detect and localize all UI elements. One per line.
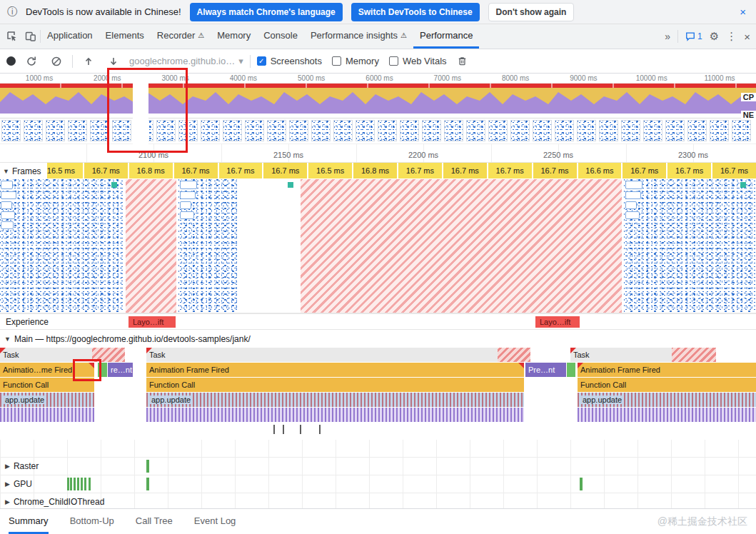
animation-frame-fired-bar[interactable]: Animation Frame Fired: [578, 363, 756, 377]
filmstrip-thumbnail[interactable]: [311, 120, 331, 141]
prepaint-bar[interactable]: re…nt: [108, 363, 133, 377]
frame-duration-cell[interactable]: 16.7 ms: [84, 163, 128, 178]
main-track-header[interactable]: ▼ Main — https://googlechrome.github.io/…: [0, 329, 756, 348]
drawer-tab-summary[interactable]: Summary: [9, 509, 49, 534]
checkbox-memory[interactable]: Memory: [332, 56, 379, 66]
timeline-overview[interactable]: 1000 ms2000 ms3000 ms4000 ms5000 ms6000 …: [0, 74, 756, 119]
filmstrip-thumbnail[interactable]: [710, 120, 729, 141]
frame-screenshot[interactable]: [178, 179, 298, 313]
filmstrip-thumbnail[interactable]: [422, 120, 441, 141]
task-bar[interactable]: Task: [146, 348, 530, 362]
tab-application[interactable]: Application: [41, 24, 99, 49]
tab-memory[interactable]: Memory: [211, 24, 257, 49]
filmstrip-thumbnail[interactable]: [732, 120, 751, 141]
filmstrip-thumbnail[interactable]: [90, 120, 109, 141]
filmstrip-thumbnail[interactable]: [577, 120, 596, 141]
prepaint-bar[interactable]: Pre…nt: [525, 363, 566, 377]
function-call-bar[interactable]: Function Call: [0, 378, 94, 392]
frame-duration-cell[interactable]: 16.7 ms: [533, 163, 577, 178]
drawer-tab-call-tree[interactable]: Call Tree: [136, 509, 173, 534]
app-update-bar[interactable]: app.update: [146, 393, 524, 407]
tab-recorder[interactable]: Recorder⚠: [151, 24, 211, 49]
animation-frame-fired-bar[interactable]: Animatio…me Fired: [0, 363, 94, 377]
tab-performance[interactable]: Performance: [413, 24, 479, 49]
filmstrip-thumbnail[interactable]: [289, 120, 308, 141]
layout-shift-badge[interactable]: Layo…ift: [128, 316, 176, 328]
frame-duration-cell[interactable]: 16.7 ms: [488, 163, 532, 178]
frame-duration-cell[interactable]: 16.7 ms: [398, 163, 442, 178]
frame-screenshot[interactable]: [0, 179, 123, 313]
always-match-language-button[interactable]: Always match Chrome's language: [190, 3, 343, 21]
drawer-tab-bottom-up[interactable]: Bottom-Up: [70, 509, 114, 534]
filmstrip-thumbnail[interactable]: [687, 120, 707, 141]
filmstrip-thumbnail[interactable]: [178, 120, 198, 141]
style-layout-stripes[interactable]: [146, 408, 524, 422]
frames-track-header[interactable]: ▼ Frames: [0, 163, 47, 179]
frame-duration-cell[interactable]: 16.7 ms: [263, 163, 307, 178]
style-layout-stripes[interactable]: [578, 408, 756, 422]
page-selector-dropdown[interactable]: googlechrome.github.io… ▾: [129, 56, 243, 66]
app-update-bar[interactable]: app.update: [578, 393, 756, 407]
filmstrip-thumbnail[interactable]: [223, 120, 242, 141]
frame-duration-cell[interactable]: 16.5 ms: [308, 163, 352, 178]
frame-duration-cell[interactable]: 16.7 ms: [174, 163, 218, 178]
animation-frame-fired-bar[interactable]: Animation Frame Fired: [146, 363, 524, 377]
filmstrip-thumbnail[interactable]: [621, 120, 640, 141]
frame-duration-cell[interactable]: 16.7 ms: [623, 163, 666, 178]
style-layout-stripes[interactable]: [0, 408, 94, 422]
filmstrip-thumbnail[interactable]: [112, 120, 131, 141]
frame-duration-cell[interactable]: 16.8 ms: [353, 163, 397, 178]
filmstrip-thumbnail[interactable]: [510, 120, 530, 141]
paint-bar[interactable]: [98, 363, 107, 377]
frame-duration-cell[interactable]: 16.7 ms: [712, 163, 756, 178]
filmstrip-thumbnail[interactable]: [68, 120, 87, 141]
frame-duration-cell[interactable]: 16.7 ms: [667, 163, 711, 178]
inspect-element-icon[interactable]: [3, 24, 21, 49]
track-gpu[interactable]: ▶ GPU: [0, 475, 756, 493]
app-update-bar[interactable]: app.update: [0, 393, 94, 407]
filmstrip-thumbnail[interactable]: [378, 120, 397, 141]
filmstrip-thumbnail[interactable]: [245, 120, 264, 141]
task-bar[interactable]: Task: [570, 348, 716, 362]
filmstrip-thumbnail[interactable]: [267, 120, 286, 141]
function-call-bar[interactable]: Function Call: [578, 378, 756, 392]
tab-console[interactable]: Console: [257, 24, 304, 49]
device-toolbar-icon[interactable]: [21, 24, 40, 49]
frame-duration-cell[interactable]: 16.8 ms: [129, 163, 173, 178]
switch-devtools-chinese-button[interactable]: Switch DevTools to Chinese: [351, 3, 480, 21]
trash-icon[interactable]: [453, 56, 472, 66]
layout-shift-badge[interactable]: Layo…ift: [535, 316, 580, 328]
console-messages-icon[interactable]: 1: [685, 31, 702, 41]
filmstrip-thumbnail[interactable]: [400, 120, 419, 141]
drawer-tab-event-log[interactable]: Event Log: [194, 509, 236, 534]
filmstrip-thumbnail[interactable]: [488, 120, 508, 141]
record-button[interactable]: [6, 56, 16, 66]
tab-performance-insights[interactable]: Performance insights⚠: [304, 24, 413, 49]
banner-close-icon[interactable]: ×: [737, 6, 749, 18]
dont-show-again-button[interactable]: Don't show again: [488, 3, 575, 21]
clear-recording-icon[interactable]: [47, 56, 66, 67]
filmstrip-thumbnail[interactable]: [444, 120, 463, 141]
frame-screenshot[interactable]: [624, 179, 756, 313]
paint-bar[interactable]: [567, 363, 575, 377]
filmstrip-thumbnail[interactable]: [466, 120, 485, 141]
filmstrip-thumbnail[interactable]: [356, 120, 375, 141]
filmstrip-thumbnail[interactable]: [555, 120, 574, 141]
filmstrip-thumbnail[interactable]: [24, 120, 43, 141]
close-devtools-icon[interactable]: ×: [744, 31, 750, 43]
frame-duration-cell[interactable]: 16.7 ms: [219, 163, 263, 178]
frame-duration-cell[interactable]: 16.7 ms: [443, 163, 487, 178]
filmstrip-thumbnail[interactable]: [46, 120, 65, 141]
function-call-bar[interactable]: Function Call: [146, 378, 524, 392]
filmstrip-thumbnail[interactable]: [643, 120, 662, 141]
reload-and-record-icon[interactable]: [22, 56, 41, 67]
filmstrip-thumbnail[interactable]: [201, 120, 220, 141]
checkbox-screenshots[interactable]: ✓Screenshots: [257, 56, 322, 66]
filmstrip-thumbnail[interactable]: [599, 120, 618, 141]
save-profile-icon[interactable]: [104, 56, 123, 67]
tab-elements[interactable]: Elements: [99, 24, 151, 49]
filmstrip-thumbnail[interactable]: [156, 120, 176, 141]
filmstrip-thumbnail[interactable]: [333, 120, 353, 141]
frame-duration-cell[interactable]: 16.6 ms: [578, 163, 622, 178]
load-profile-icon[interactable]: [79, 56, 98, 67]
